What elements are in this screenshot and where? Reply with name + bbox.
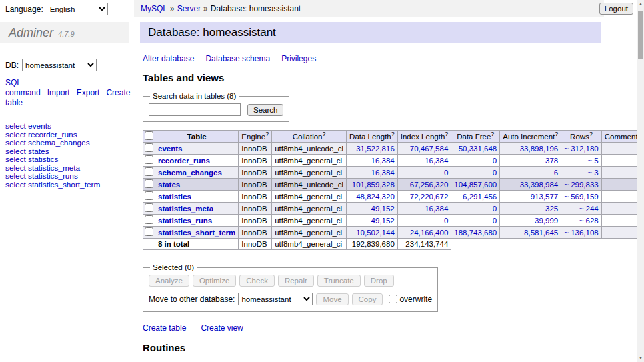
- table-link-events[interactable]: events: [158, 145, 182, 153]
- cell-rows: ~ 5: [561, 155, 601, 167]
- row-checkbox[interactable]: [145, 179, 153, 188]
- column-help-marker[interactable]: ?: [491, 131, 494, 137]
- cell-data-free: 0: [451, 155, 500, 167]
- search-button[interactable]: Search: [247, 104, 283, 116]
- tables-section-title: Tables and views: [143, 72, 607, 83]
- main-content: Database: homeassistant Alter databaseDa…: [140, 18, 607, 362]
- row-select-cell: [143, 191, 155, 203]
- row-checkbox[interactable]: [145, 215, 153, 224]
- cell-auto-increment: 378: [500, 155, 561, 167]
- sidebar-link-export[interactable]: Export: [77, 88, 100, 97]
- breadcrumb-link-mysql[interactable]: MySQL: [141, 4, 167, 13]
- optimize-button[interactable]: Optimize: [193, 275, 236, 287]
- column-help-marker[interactable]: ?: [322, 131, 325, 137]
- main-create-table-link[interactable]: Create table: [143, 323, 186, 333]
- column-header-collation[interactable]: Collation?: [272, 131, 347, 143]
- cell-engine: InnoDB: [239, 167, 272, 179]
- sidebar-link-import[interactable]: Import: [47, 88, 70, 97]
- table-link-statistics-meta[interactable]: statistics_meta: [158, 205, 213, 213]
- row-checkbox[interactable]: [145, 143, 153, 152]
- column-help-marker[interactable]: ?: [589, 131, 593, 137]
- move-db-select[interactable]: homeassistant: [238, 293, 313, 305]
- overwrite-label: overwrite: [399, 295, 432, 304]
- cell-index-length: 16,384: [397, 203, 451, 215]
- column-help-marker[interactable]: ?: [445, 131, 448, 137]
- select-all-cell: [143, 131, 155, 143]
- language-select[interactable]: English: [47, 3, 108, 15]
- row-checkbox[interactable]: [145, 167, 153, 176]
- sidebar-select-events[interactable]: select events: [5, 122, 129, 131]
- move-row: Move to other database: homeassistant Mo…: [149, 293, 432, 305]
- row-checkbox[interactable]: [145, 227, 153, 236]
- table-link-recorder-runs[interactable]: recorder_runs: [158, 157, 210, 165]
- column-header-data-length[interactable]: Data Length?: [347, 131, 398, 143]
- table-link-statistics-short-term[interactable]: statistics_short_term: [158, 229, 235, 237]
- truncate-button[interactable]: Truncate: [317, 275, 361, 287]
- table-row: schema_changesInnoDButf8mb4_general_ci16…: [143, 167, 644, 179]
- sidebar-action-links: SQL commandImportExportCreate table: [5, 78, 109, 108]
- search-input[interactable]: [149, 103, 241, 116]
- row-checkbox[interactable]: [145, 191, 153, 200]
- cell-rows: ~ 299,833: [561, 179, 601, 191]
- column-help-marker[interactable]: ?: [391, 131, 395, 137]
- app-name-link[interactable]: Adminer: [9, 26, 53, 40]
- logout-button[interactable]: Logout: [599, 3, 633, 15]
- cell-auto-increment: 325: [500, 203, 561, 215]
- row-select-cell: [143, 203, 155, 215]
- table-link-schema-changes[interactable]: schema_changes: [158, 169, 222, 177]
- breadcrumb-link-server[interactable]: Server: [177, 4, 201, 13]
- breadcrumb-separator: »: [170, 4, 175, 13]
- table-link-statistics[interactable]: statistics: [158, 193, 191, 201]
- cell-rows: ~ 312,180: [561, 143, 601, 155]
- column-header-rows[interactable]: Rows?: [561, 131, 601, 143]
- column-header-table[interactable]: Table: [155, 131, 239, 143]
- column-header-data-free[interactable]: Data Free?: [451, 131, 500, 143]
- cell-rows: ~ 569,159: [561, 191, 601, 203]
- drop-button[interactable]: Drop: [364, 275, 394, 287]
- cell-collation: utf8mb4_general_ci: [272, 203, 347, 215]
- nav-link-alter-database[interactable]: Alter database: [143, 54, 194, 63]
- sidebar-select-statistics-short-term[interactable]: select statistics_short_term: [5, 181, 129, 189]
- scrollbar[interactable]: ▲ ▼: [637, 0, 644, 362]
- analyze-button[interactable]: Analyze: [149, 275, 189, 287]
- sidebar-select-statistics[interactable]: select statistics: [5, 155, 129, 164]
- table-name-cell: states: [155, 179, 239, 191]
- cell-rows: ~ 3: [561, 167, 601, 179]
- column-help-marker[interactable]: ?: [555, 131, 558, 137]
- table-link-statistics-runs[interactable]: statistics_runs: [158, 217, 212, 225]
- selected-fieldset: Selected (0) AnalyzeOptimizeCheckRepairT…: [143, 263, 438, 312]
- table-header-row: TableEngine?Collation?Data Length?Index …: [143, 131, 644, 143]
- main-create-view-link[interactable]: Create view: [201, 323, 243, 333]
- column-header-engine[interactable]: Engine?: [239, 131, 272, 143]
- cell-engine: InnoDB: [239, 155, 272, 167]
- column-header-index-length[interactable]: Index Length?: [397, 131, 451, 143]
- total-select-cell: [143, 239, 155, 250]
- sidebar-link-sql-command[interactable]: SQL command: [5, 78, 41, 97]
- cell-data-free: 188,743,680: [451, 227, 500, 239]
- copy-button[interactable]: Copy: [352, 293, 383, 305]
- cell-engine: InnoDB: [239, 179, 272, 191]
- scroll-up-icon[interactable]: ▲: [637, 0, 644, 8]
- table-link-states[interactable]: states: [158, 181, 180, 189]
- scroll-thumb[interactable]: [638, 11, 643, 59]
- nav-link-database-schema[interactable]: Database schema: [205, 54, 270, 63]
- column-help-marker[interactable]: ?: [265, 131, 269, 137]
- scroll-down-icon[interactable]: ▼: [637, 354, 644, 362]
- check-button[interactable]: Check: [239, 275, 275, 287]
- cell-collation: utf8mb4_general_ci: [272, 191, 347, 203]
- row-checkbox[interactable]: [145, 155, 153, 164]
- overwrite-checkbox[interactable]: [389, 295, 397, 303]
- nav-link-privileges[interactable]: Privileges: [281, 54, 316, 63]
- cell-data-free: 0: [451, 203, 500, 215]
- cell-data-free: 0: [451, 167, 500, 179]
- column-header-auto-increment[interactable]: Auto Increment?: [500, 131, 561, 143]
- sidebar-select-schema-changes[interactable]: select schema_changes: [5, 139, 129, 147]
- sidebar-select-statistics-runs[interactable]: select statistics_runs: [5, 172, 129, 181]
- table-name-cell: events: [155, 143, 239, 155]
- top-bar: Language: English MySQL»Server»Database:…: [0, 0, 644, 18]
- repair-button[interactable]: Repair: [278, 275, 314, 287]
- move-button[interactable]: Move: [316, 293, 348, 305]
- row-checkbox[interactable]: [145, 203, 153, 212]
- db-select[interactable]: homeassistant: [22, 59, 97, 71]
- select-all-checkbox[interactable]: [145, 131, 153, 140]
